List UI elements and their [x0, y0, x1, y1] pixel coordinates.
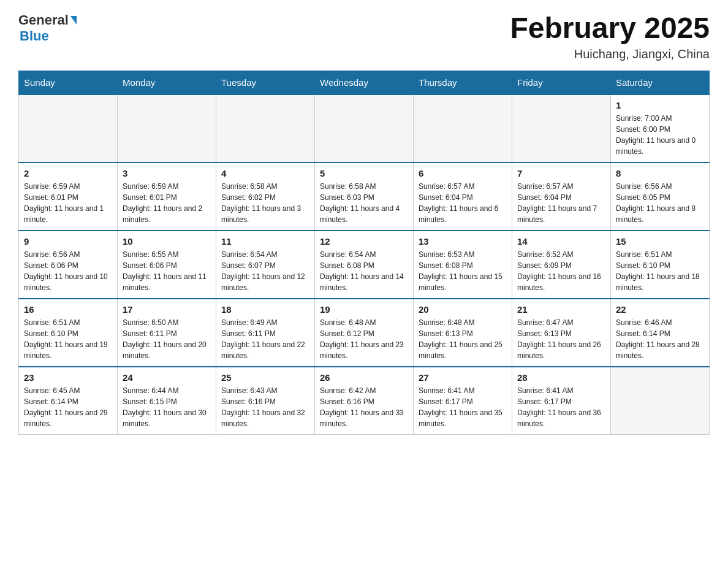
day-info: Sunrise: 6:56 AM Sunset: 6:05 PM Dayligh…	[616, 182, 696, 224]
day-number: 5	[320, 168, 408, 178]
day-number: 21	[517, 304, 605, 315]
day-info: Sunrise: 6:51 AM Sunset: 6:10 PM Dayligh…	[616, 250, 700, 292]
page-header: General Blue February 2025 Huichang, Jia…	[18, 12, 710, 61]
calendar-cell	[118, 94, 216, 163]
calendar-table: Sunday Monday Tuesday Wednesday Thursday…	[18, 71, 710, 435]
calendar-cell: 6Sunrise: 6:57 AM Sunset: 6:04 PM Daylig…	[414, 163, 512, 231]
day-info: Sunrise: 6:59 AM Sunset: 6:01 PM Dayligh…	[24, 182, 104, 224]
day-info: Sunrise: 6:54 AM Sunset: 6:07 PM Dayligh…	[221, 250, 305, 292]
day-info: Sunrise: 6:47 AM Sunset: 6:13 PM Dayligh…	[517, 318, 601, 360]
day-info: Sunrise: 6:41 AM Sunset: 6:17 PM Dayligh…	[517, 386, 601, 428]
day-number: 8	[616, 168, 704, 178]
calendar-cell	[414, 94, 512, 163]
calendar-cell: 4Sunrise: 6:58 AM Sunset: 6:02 PM Daylig…	[216, 163, 315, 231]
calendar-cell: 17Sunrise: 6:50 AM Sunset: 6:11 PM Dayli…	[118, 299, 216, 367]
calendar-cell: 5Sunrise: 6:58 AM Sunset: 6:03 PM Daylig…	[315, 163, 414, 231]
calendar-week-row: 9Sunrise: 6:56 AM Sunset: 6:06 PM Daylig…	[19, 231, 710, 299]
day-info: Sunrise: 6:54 AM Sunset: 6:08 PM Dayligh…	[320, 250, 404, 292]
calendar-cell: 26Sunrise: 6:42 AM Sunset: 6:16 PM Dayli…	[315, 367, 414, 435]
col-header-thursday: Thursday	[414, 71, 512, 94]
day-number: 6	[419, 168, 507, 178]
calendar-cell	[611, 367, 710, 435]
logo-arrow-icon	[70, 16, 77, 25]
day-number: 3	[123, 168, 211, 178]
day-info: Sunrise: 6:57 AM Sunset: 6:04 PM Dayligh…	[517, 182, 597, 224]
calendar-cell: 11Sunrise: 6:54 AM Sunset: 6:07 PM Dayli…	[216, 231, 315, 299]
day-info: Sunrise: 6:48 AM Sunset: 6:13 PM Dayligh…	[419, 318, 502, 360]
day-info: Sunrise: 6:57 AM Sunset: 6:04 PM Dayligh…	[419, 182, 498, 224]
calendar-cell: 27Sunrise: 6:41 AM Sunset: 6:17 PM Dayli…	[414, 367, 512, 435]
calendar-cell: 3Sunrise: 6:59 AM Sunset: 6:01 PM Daylig…	[118, 163, 216, 231]
day-number: 28	[517, 372, 605, 383]
col-header-wednesday: Wednesday	[315, 71, 414, 94]
calendar-cell: 19Sunrise: 6:48 AM Sunset: 6:12 PM Dayli…	[315, 299, 414, 367]
day-info: Sunrise: 6:41 AM Sunset: 6:17 PM Dayligh…	[419, 386, 502, 428]
calendar-week-row: 1Sunrise: 7:00 AM Sunset: 6:00 PM Daylig…	[19, 94, 710, 163]
day-number: 20	[419, 304, 507, 315]
calendar-header: Sunday Monday Tuesday Wednesday Thursday…	[19, 71, 710, 94]
day-number: 19	[320, 304, 408, 315]
header-row: Sunday Monday Tuesday Wednesday Thursday…	[19, 71, 710, 94]
day-number: 4	[221, 168, 309, 178]
day-number: 18	[221, 304, 309, 315]
day-number: 25	[221, 372, 309, 383]
col-header-friday: Friday	[512, 71, 611, 94]
day-number: 14	[517, 236, 605, 247]
day-info: Sunrise: 6:56 AM Sunset: 6:06 PM Dayligh…	[24, 250, 108, 292]
day-info: Sunrise: 6:59 AM Sunset: 6:01 PM Dayligh…	[123, 182, 202, 224]
day-number: 24	[123, 372, 211, 383]
day-number: 13	[419, 236, 507, 247]
calendar-cell: 25Sunrise: 6:43 AM Sunset: 6:16 PM Dayli…	[216, 367, 315, 435]
day-info: Sunrise: 6:55 AM Sunset: 6:06 PM Dayligh…	[123, 250, 207, 292]
col-header-monday: Monday	[118, 71, 216, 94]
day-info: Sunrise: 6:51 AM Sunset: 6:10 PM Dayligh…	[24, 318, 108, 360]
col-header-tuesday: Tuesday	[216, 71, 315, 94]
col-header-sunday: Sunday	[19, 71, 118, 94]
title-area: February 2025 Huichang, Jiangxi, China	[510, 12, 710, 61]
day-info: Sunrise: 6:46 AM Sunset: 6:14 PM Dayligh…	[616, 318, 700, 360]
logo-blue-text: Blue	[20, 28, 49, 44]
day-info: Sunrise: 6:42 AM Sunset: 6:16 PM Dayligh…	[320, 386, 404, 428]
day-number: 2	[24, 168, 112, 178]
logo-general-text: General	[18, 12, 69, 28]
month-year-title: February 2025	[510, 12, 710, 45]
calendar-cell: 24Sunrise: 6:44 AM Sunset: 6:15 PM Dayli…	[118, 367, 216, 435]
day-number: 12	[320, 236, 408, 247]
day-info: Sunrise: 6:45 AM Sunset: 6:14 PM Dayligh…	[24, 386, 108, 428]
day-number: 27	[419, 372, 507, 383]
day-info: Sunrise: 6:58 AM Sunset: 6:02 PM Dayligh…	[221, 182, 301, 224]
calendar-cell: 23Sunrise: 6:45 AM Sunset: 6:14 PM Dayli…	[19, 367, 118, 435]
day-number: 11	[221, 236, 309, 247]
calendar-cell: 16Sunrise: 6:51 AM Sunset: 6:10 PM Dayli…	[19, 299, 118, 367]
day-info: Sunrise: 6:58 AM Sunset: 6:03 PM Dayligh…	[320, 182, 400, 224]
day-info: Sunrise: 6:44 AM Sunset: 6:15 PM Dayligh…	[123, 386, 207, 428]
day-info: Sunrise: 6:43 AM Sunset: 6:16 PM Dayligh…	[221, 386, 305, 428]
day-number: 7	[517, 168, 605, 178]
day-number: 1	[616, 100, 704, 110]
calendar-cell	[315, 94, 414, 163]
day-number: 15	[616, 236, 704, 247]
calendar-cell: 7Sunrise: 6:57 AM Sunset: 6:04 PM Daylig…	[512, 163, 611, 231]
day-number: 17	[123, 304, 211, 315]
calendar-cell	[19, 94, 118, 163]
calendar-cell: 9Sunrise: 6:56 AM Sunset: 6:06 PM Daylig…	[19, 231, 118, 299]
day-info: Sunrise: 6:49 AM Sunset: 6:11 PM Dayligh…	[221, 318, 305, 360]
calendar-cell: 14Sunrise: 6:52 AM Sunset: 6:09 PM Dayli…	[512, 231, 611, 299]
calendar-cell: 15Sunrise: 6:51 AM Sunset: 6:10 PM Dayli…	[611, 231, 710, 299]
calendar-cell: 13Sunrise: 6:53 AM Sunset: 6:08 PM Dayli…	[414, 231, 512, 299]
calendar-cell: 10Sunrise: 6:55 AM Sunset: 6:06 PM Dayli…	[118, 231, 216, 299]
calendar-cell	[512, 94, 611, 163]
col-header-saturday: Saturday	[611, 71, 710, 94]
calendar-week-row: 2Sunrise: 6:59 AM Sunset: 6:01 PM Daylig…	[19, 163, 710, 231]
logo: General Blue	[18, 12, 78, 44]
location-subtitle: Huichang, Jiangxi, China	[510, 47, 710, 61]
day-number: 26	[320, 372, 408, 383]
day-info: Sunrise: 6:53 AM Sunset: 6:08 PM Dayligh…	[419, 250, 502, 292]
day-number: 23	[24, 372, 112, 383]
calendar-cell: 18Sunrise: 6:49 AM Sunset: 6:11 PM Dayli…	[216, 299, 315, 367]
calendar-week-row: 16Sunrise: 6:51 AM Sunset: 6:10 PM Dayli…	[19, 299, 710, 367]
calendar-week-row: 23Sunrise: 6:45 AM Sunset: 6:14 PM Dayli…	[19, 367, 710, 435]
calendar-cell: 2Sunrise: 6:59 AM Sunset: 6:01 PM Daylig…	[19, 163, 118, 231]
day-number: 16	[24, 304, 112, 315]
calendar-cell: 21Sunrise: 6:47 AM Sunset: 6:13 PM Dayli…	[512, 299, 611, 367]
